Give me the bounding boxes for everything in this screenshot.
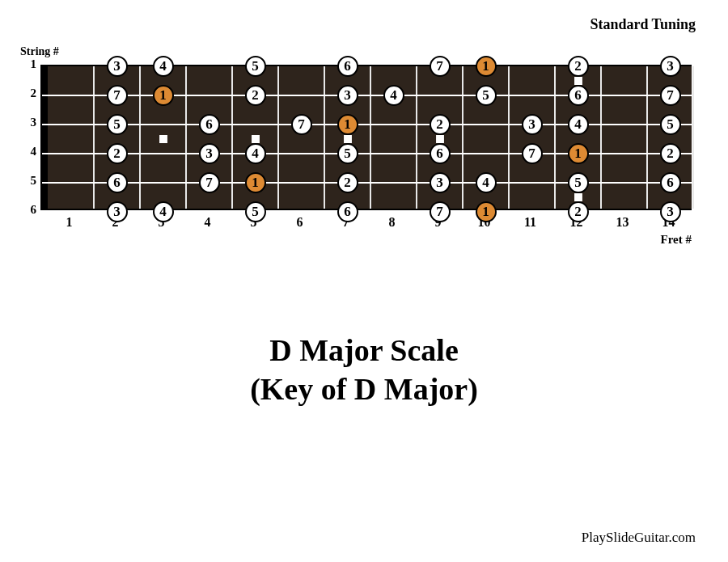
note-root: 1: [337, 114, 358, 135]
string-number: 5: [20, 174, 36, 188]
note: 6: [107, 172, 128, 193]
note: 7: [107, 85, 128, 106]
note: 4: [383, 85, 404, 106]
fret-number: 8: [389, 215, 396, 230]
string-line: [42, 182, 692, 184]
string-number: 6: [20, 203, 36, 217]
tuning-label: Standard Tuning: [590, 16, 696, 33]
note-root: 1: [476, 56, 497, 77]
note: 7: [199, 172, 220, 193]
note: 5: [476, 85, 497, 106]
string-line: [42, 124, 692, 125]
fret-wire: [324, 66, 325, 209]
note: 6: [337, 56, 358, 77]
note: 7: [291, 114, 312, 135]
note: 7: [660, 85, 681, 106]
note: 2: [660, 143, 681, 164]
title-block: D Major Scale (Key of D Major): [0, 332, 728, 408]
nut: [42, 65, 48, 210]
string-number: 3: [20, 116, 36, 129]
note: 3: [199, 143, 220, 164]
note: 2: [337, 172, 358, 193]
note: 7: [430, 201, 451, 222]
note: 5: [245, 56, 266, 77]
fret-wire: [416, 66, 417, 209]
fret-inlay: [155, 131, 171, 147]
note: 4: [476, 172, 497, 193]
title-line-2: (Key of D Major): [0, 370, 728, 409]
note: 2: [430, 114, 451, 135]
fret-axis-label: Fret #: [661, 233, 692, 247]
fret-wire: [600, 66, 602, 209]
note: 3: [337, 85, 358, 106]
fret-number: 4: [205, 215, 211, 230]
note: 5: [568, 172, 589, 193]
string-number: 1: [20, 57, 36, 71]
string-line: [42, 95, 692, 96]
title-line-1: D Major Scale: [0, 332, 728, 370]
note: 6: [568, 85, 589, 106]
fret-wire: [692, 66, 694, 209]
note: 7: [522, 143, 543, 164]
string-line: [42, 153, 692, 154]
note-root: 1: [476, 201, 497, 222]
note: 3: [660, 56, 681, 77]
note: 3: [107, 201, 128, 222]
note: 3: [522, 114, 543, 135]
fret-wire: [554, 66, 556, 209]
fret-wire: [508, 66, 510, 209]
credit-label: PlaySlideGuitar.com: [582, 530, 696, 546]
note: 6: [199, 114, 220, 135]
note: 6: [430, 143, 451, 164]
note: 5: [660, 114, 681, 135]
note: 5: [337, 143, 358, 164]
note: 7: [430, 56, 451, 77]
note: 4: [245, 143, 266, 164]
note: 2: [107, 143, 128, 164]
fret-wire: [139, 66, 141, 209]
note: 5: [107, 114, 128, 135]
fret-wire: [646, 66, 648, 209]
note: 3: [660, 201, 681, 222]
fret-number: 13: [616, 215, 629, 230]
note: 2: [568, 56, 589, 77]
note: 6: [337, 201, 358, 222]
note: 3: [430, 172, 451, 193]
note: 2: [568, 201, 589, 222]
fret-wire: [231, 66, 233, 209]
fretboard: 3456712371234567567123452345671267123456…: [40, 65, 692, 210]
fret-wire: [277, 66, 279, 209]
note: 4: [568, 114, 589, 135]
fret-wire: [462, 66, 463, 209]
note: 5: [245, 201, 266, 222]
fret-wire: [185, 66, 187, 209]
note: 6: [660, 172, 681, 193]
note: 3: [107, 56, 128, 77]
note: 2: [245, 85, 266, 106]
string-number: 2: [20, 87, 36, 100]
note-root: 1: [568, 143, 589, 164]
string-axis-label: String #: [20, 45, 59, 58]
note: 4: [153, 56, 174, 77]
note: 4: [153, 201, 174, 222]
fretboard-container: 123456 345671237123456756712345234567126…: [40, 65, 692, 215]
string-number: 4: [20, 145, 36, 158]
note-root: 1: [153, 85, 174, 106]
fret-wire: [370, 66, 371, 209]
fret-number: 6: [297, 215, 303, 230]
fret-number: 1: [66, 215, 73, 230]
fret-wire: [93, 66, 95, 209]
note-root: 1: [245, 172, 266, 193]
fret-number: 11: [524, 215, 536, 230]
